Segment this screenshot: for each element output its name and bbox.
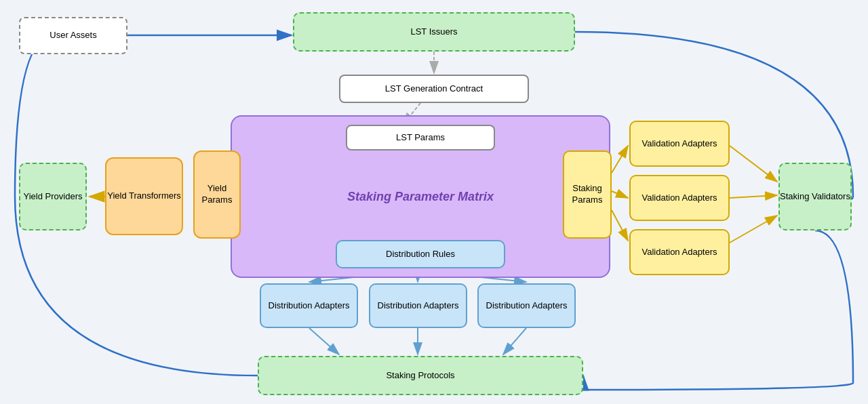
staking-param-matrix-label: Staking Parameter Matrix	[347, 189, 494, 205]
diagram: User Assets LST Issuers LST Generation C…	[0, 0, 868, 404]
staking-params-node: Staking Params	[563, 150, 612, 239]
svg-line-20	[503, 328, 526, 355]
lst-issuers-label: LST Issuers	[410, 26, 457, 38]
staking-protocols-label: Staking Protocols	[386, 370, 454, 382]
user-assets-label: User Assets	[50, 30, 96, 41]
lst-params-node: LST Params	[346, 125, 495, 150]
validation-adapters-2-node: Validation Adapters	[629, 175, 730, 221]
svg-line-13	[730, 195, 777, 198]
yield-params-node: Yield Params	[193, 150, 241, 239]
user-assets-node: User Assets	[19, 17, 127, 54]
svg-line-12	[730, 146, 777, 182]
lst-gen-contract-node: LST Generation Contract	[339, 75, 529, 103]
staking-protocols-node: Staking Protocols	[258, 356, 583, 395]
yield-transformers-node: Yield Transformers	[105, 157, 183, 235]
lst-issuers-node: LST Issuers	[293, 12, 575, 52]
yield-transformers-label: Yield Transformers	[107, 190, 181, 202]
yield-providers-label: Yield Providers	[24, 191, 83, 203]
yield-providers-node: Yield Providers	[19, 163, 87, 230]
lst-params-label: LST Params	[396, 132, 445, 144]
svg-line-11	[612, 210, 628, 241]
staking-validators-label: Staking Validators	[780, 191, 850, 203]
dist-adapters-2-node: Distribution Adapters	[369, 283, 467, 328]
svg-line-9	[612, 146, 628, 173]
validation-adapters-2-label: Validation Adapters	[642, 193, 717, 204]
yield-params-label: Yield Params	[195, 183, 239, 206]
validation-adapters-1-label: Validation Adapters	[642, 138, 717, 150]
dist-adapters-1-node: Distribution Adapters	[260, 283, 358, 328]
svg-line-14	[730, 216, 777, 243]
dist-adapters-1-label: Distribution Adapters	[269, 300, 350, 312]
svg-line-18	[309, 328, 339, 355]
staking-param-matrix-node: LST Params Staking Parameter Matrix Dist…	[231, 115, 610, 278]
validation-adapters-3-node: Validation Adapters	[629, 229, 730, 275]
dist-adapters-3-node: Distribution Adapters	[477, 283, 576, 328]
validation-adapters-1-node: Validation Adapters	[629, 121, 730, 167]
dist-adapters-3-label: Distribution Adapters	[486, 300, 568, 312]
svg-line-10	[612, 191, 628, 198]
distribution-rules-node: Distribution Rules	[336, 240, 505, 268]
lst-gen-contract-label: LST Generation Contract	[385, 83, 483, 95]
validation-adapters-3-label: Validation Adapters	[642, 247, 717, 258]
dist-adapters-2-label: Distribution Adapters	[378, 300, 459, 312]
staking-params-label: Staking Params	[564, 183, 610, 206]
distribution-rules-label: Distribution Rules	[386, 249, 455, 260]
staking-validators-node: Staking Validators	[778, 163, 852, 230]
